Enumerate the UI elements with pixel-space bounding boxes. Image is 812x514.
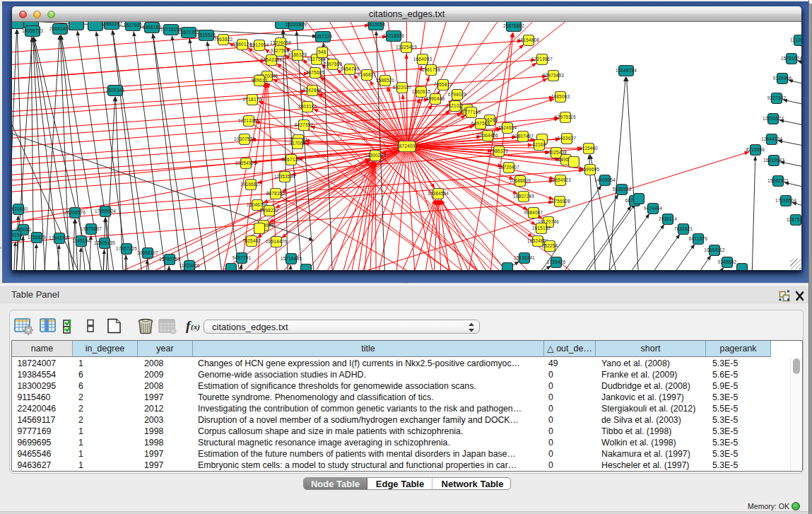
svg-text:9463627: 9463627 [558,136,577,141]
svg-text:2718176: 2718176 [243,97,262,102]
svg-text:16154808: 16154808 [518,37,539,42]
svg-text:12942737: 12942737 [49,235,70,240]
svg-text:12444134: 12444134 [761,136,782,141]
svg-text:1664093: 1664093 [413,57,433,62]
svg-text:9327506: 9327506 [271,48,290,53]
svg-text:10853267: 10853267 [101,22,122,26]
svg-text:15692971: 15692971 [767,178,789,183]
svg-text:39154: 39154 [12,233,23,238]
svg-text:3624554: 3624554 [498,125,517,130]
svg-text:9245652: 9245652 [718,259,737,264]
svg-text:7625402: 7625402 [242,238,261,243]
svg-text:17957225: 17957225 [116,246,137,251]
svg-text:19654923: 19654923 [550,177,571,182]
svg-text:12213967: 12213967 [531,57,553,62]
svg-text:9474444: 9474444 [644,206,663,211]
svg-text:7632621: 7632621 [674,226,693,231]
svg-text:2620650: 2620650 [12,206,28,211]
svg-text:17016504: 17016504 [775,198,796,203]
svg-text:10654112: 10654112 [704,247,725,252]
svg-text:9777169: 9777169 [462,110,481,115]
svg-text:1362615: 1362615 [412,89,431,94]
svg-text:8813054: 8813054 [367,22,386,27]
svg-text:10654925: 10654925 [235,160,257,165]
svg-text:2803144: 2803144 [298,104,317,109]
svg-text:9227342: 9227342 [767,95,787,100]
svg-text:15751074: 15751074 [781,56,801,61]
svg-text:13226058: 13226058 [270,40,291,45]
svg-text:1588520: 1588520 [376,78,395,83]
svg-text:8678352: 8678352 [266,191,286,196]
svg-text:14409954: 14409954 [594,177,616,182]
svg-text:5322037: 5322037 [393,85,412,90]
svg-text:7986372: 7986372 [490,148,509,153]
svg-text:16543382: 16543382 [261,57,282,62]
svg-text:6466160: 6466160 [143,25,162,30]
svg-text:3675685: 3675685 [306,70,325,75]
svg-text:6497568: 6497568 [471,121,490,126]
svg-text:15136141: 15136141 [514,255,535,260]
svg-text:12505135: 12505135 [94,240,115,245]
svg-text:8990448: 8990448 [426,96,445,101]
svg-text:1733426: 1733426 [547,259,566,264]
svg-text:9084067: 9084067 [524,210,543,215]
svg-text:252254: 252254 [542,243,558,248]
svg-text:12975115: 12975115 [555,115,576,119]
svg-text:8427552: 8427552 [295,122,314,127]
svg-text:19975867: 19975867 [81,226,102,231]
svg-text:15720407: 15720407 [498,165,519,170]
svg-text:1112049: 1112049 [790,37,801,42]
svg-text:1145194: 1145194 [72,238,90,243]
svg-text:9115460: 9115460 [579,146,598,151]
svg-text:19218506: 19218506 [383,33,404,38]
svg-text:16914479: 16914479 [266,239,287,244]
svg-text:5498222: 5498222 [260,208,279,213]
svg-text:16648784: 16648784 [616,68,637,73]
svg-text:1156829: 1156829 [28,235,46,240]
svg-text:2805346: 2805346 [106,88,125,93]
svg-text:10756928: 10756928 [549,199,570,204]
svg-text:10973493: 10973493 [543,73,564,78]
svg-text:13325419: 13325419 [396,45,417,49]
svg-text:19384554: 19384554 [428,191,449,196]
svg-text:62160: 62160 [533,142,546,147]
svg-text:8454749: 8454749 [341,66,360,71]
svg-text:18807249: 18807249 [513,194,534,199]
svg-text:12213389: 12213389 [238,118,259,123]
svg-text:13300293: 13300293 [365,153,386,158]
svg-text:9146821: 9146821 [358,72,377,77]
svg-text:8186328: 8186328 [288,52,307,57]
svg-text:9129966: 9129966 [773,76,792,81]
svg-text:10958107: 10958107 [137,250,158,255]
svg-text:417004: 417004 [290,141,306,146]
svg-text:7357224: 7357224 [314,34,333,39]
svg-text:7485063: 7485063 [551,94,570,99]
svg-text:8267130: 8267130 [282,157,301,162]
svg-text:16210643: 16210643 [763,158,784,163]
svg-text:8912954: 8912954 [250,42,269,47]
svg-text:11923466: 11923466 [179,263,200,268]
svg-text:5938923: 5938923 [613,187,632,192]
svg-text:8471676: 8471676 [689,236,708,241]
svg-text:2935114: 2935114 [659,216,677,221]
svg-text:8215956: 8215956 [746,147,765,152]
svg-text:989613: 989613 [252,78,268,83]
svg-text:9242848: 9242848 [303,88,322,93]
svg-text:19166827: 19166827 [240,182,261,187]
svg-text:14055713: 14055713 [22,28,43,33]
svg-text:15716485: 15716485 [281,256,302,261]
svg-text:546: 546 [318,49,326,54]
svg-text:16782759: 16782759 [159,257,180,262]
svg-text:17359924: 17359924 [95,209,116,214]
svg-text:7515526: 7515526 [197,33,216,37]
svg-text:20206576: 20206576 [64,210,86,215]
svg-text:16033809: 16033809 [286,22,307,27]
svg-text:12353594: 12353594 [274,174,295,179]
svg-text:7955812: 7955812 [434,82,453,87]
svg-text:6794028: 6794028 [448,92,467,97]
svg-text:7663822: 7663822 [214,37,233,42]
svg-text:10807487: 10807487 [512,134,534,139]
svg-text:9699695: 9699695 [581,167,600,172]
svg-text:1167533: 1167533 [787,217,801,222]
svg-text:6961758: 6961758 [422,67,441,72]
